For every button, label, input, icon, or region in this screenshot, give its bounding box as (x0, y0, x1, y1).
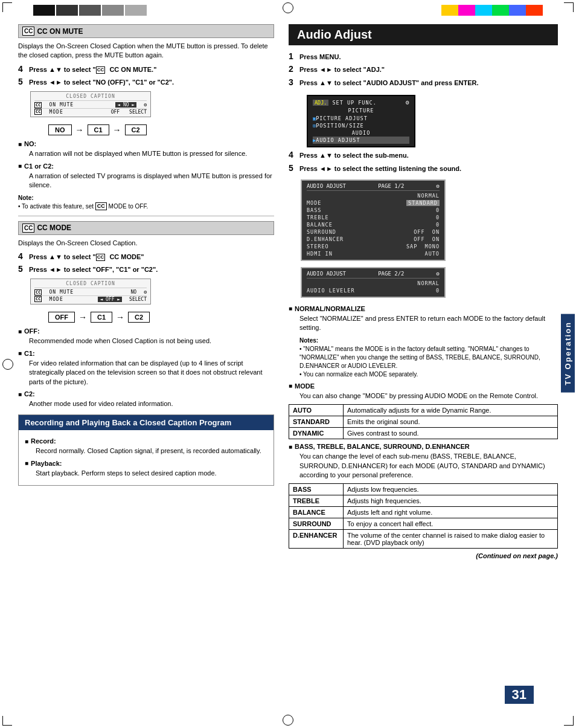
mode-dynamic-key: DYNAMIC (289, 428, 344, 439)
flow-c1m: C1 (91, 312, 112, 323)
c2-title: C2: (24, 390, 35, 398)
circle-mark-bottom (283, 715, 293, 726)
cc-mode-diagram: CLOSED CAPTION CC ON MUTE NO ⚙ CC MODE ◄… (30, 279, 274, 323)
c1-header: C1: (18, 350, 274, 357)
step5-text: Press ◄► to select "NO (OFF)", "C1" or "… (29, 78, 174, 87)
mode-section-header: MODE (289, 382, 558, 390)
denhancer-val: The volume of the center channel is rais… (344, 530, 558, 549)
am-leveler-row: AUDIO LEVELER 0 (307, 287, 440, 294)
am-title1: AUDIO ADJUST (307, 183, 346, 189)
audio-step3: 3 Press ▲▼ to select "AUDIO ADJUST" and … (289, 77, 558, 88)
am-hdmi-row: HDMI IN AUTO (307, 250, 440, 257)
menu-pos-label: POSITION/SIZE (316, 123, 364, 129)
record-subheader: Record: (25, 437, 267, 445)
swatch-cyan (475, 5, 492, 16)
audio-step4-text: Press ▲▼ to select the sub-menu. (299, 151, 409, 160)
cc-mode-label: MODE (49, 109, 106, 115)
treble-val: Adjusts high frequencies. (344, 495, 558, 507)
cc-mute-val-no: ◄ NO ► (115, 102, 136, 108)
cc-icon-mute: CC (22, 27, 34, 36)
cc-mode-label2: MODE (49, 297, 93, 302)
am-icon1: ⚙ (437, 183, 440, 189)
mode-step4-text: Press ▲▼ to select "CC CC MODE" (29, 253, 144, 262)
am-page1: PAGE 1/2 (378, 183, 404, 189)
recording-body: Record: Record normally. Closed Caption … (19, 430, 274, 485)
menu-func: FUNC. (358, 100, 377, 106)
note-label: Note: (18, 195, 34, 201)
balance-row: BALANCE Adjusts left and right volume. (289, 507, 558, 518)
mode-step4-bold: CC MODE (109, 253, 141, 260)
am-normal2-val: NORMAL (417, 280, 440, 286)
am-treble-val: 0 (436, 214, 440, 221)
am-title-row1: AUDIO ADJUST PAGE 1/2 ⚙ (307, 183, 440, 191)
am-balance-val: 0 (436, 222, 440, 228)
am-normal-row: NORMAL (307, 192, 440, 199)
off-body: Recommended mode when Closed Caption is … (29, 337, 274, 346)
cc-mute-icon: ⚙ (144, 102, 147, 108)
cc-mute-flow: NO → C1 → C2 (48, 124, 274, 135)
audio-step1-text: Press MENU. (299, 53, 341, 62)
denhancer-row: D.ENHANCER The volume of the center chan… (289, 530, 558, 549)
cc-icon-mode-r1: CC (34, 289, 42, 295)
cc-mode-select: SELECT (129, 109, 147, 115)
balance-val: Adjusts left and right volume. (344, 507, 558, 518)
normal-normalize-header: NORMAL/NORMALIZE (289, 305, 558, 312)
menu-row-top: ADJ. SET UP FUNC. ⚙ (313, 98, 409, 106)
cc-mode-title: CC MODE (37, 224, 71, 232)
recording-section: Recording and Playing Back a Closed Capt… (18, 414, 274, 486)
swatch-yellow (441, 5, 458, 16)
cc-screen-mute: CLOSED CAPTION CC ON MUTE ◄ NO ► ⚙ CC MO… (30, 91, 151, 118)
flow-off: OFF (48, 312, 75, 323)
cc-icon-mode: CC (22, 224, 34, 233)
audio-step4-num: 4 (289, 150, 296, 159)
step5-num: 5 (18, 77, 25, 86)
am-surround-row: SURROUND OFF ON (307, 228, 440, 236)
cc-mode-body: Displays the On-Screen Closed Caption. (18, 239, 274, 248)
mode-step5-text: Press ◄► to select "OFF", "C1" or "C2". (29, 265, 158, 274)
cc-mute-no-val: NO (131, 289, 137, 295)
am-surround-val: OFF ON (414, 229, 440, 235)
menu-icon: ⚙ (406, 99, 409, 106)
audio-step3-text: Press ▲▼ to select "AUDIO ADJUST" and pr… (299, 79, 478, 88)
arrow-1: → (75, 125, 84, 135)
cc-mute-row-label: ON MUTE (49, 289, 126, 295)
step4-text: Press ▲▼ to select "CC CC ON MUTE." (29, 65, 156, 74)
main-container: CC CC ON MUTE Displays the On-Screen Clo… (18, 24, 558, 710)
c1c2-header: C1 or C2: (18, 163, 274, 170)
am-bass-key: BASS (307, 207, 367, 213)
am-hdmi-val: AUTO (425, 251, 440, 257)
mode-table-dynamic: DYNAMIC Gives contrast to sound. (289, 428, 558, 439)
swatches-right (441, 5, 543, 16)
surround-key: SURROUND (289, 518, 344, 530)
mode-auto-key: AUTO (289, 405, 344, 416)
cc-mute-step5: 5 Press ◄► to select "NO (OFF)", "C1" or… (18, 77, 274, 87)
menu-picture-adj: ▣ PICTURE ADJUST (313, 115, 409, 122)
playback-body: Start playback. Perform steps to select … (36, 469, 267, 478)
playback-title: Playback: (31, 460, 62, 467)
cc-mute-screen-r1: ON MUTE (49, 102, 110, 108)
record-body: Record normally. Closed Caption signal, … (36, 446, 267, 456)
swatch-magenta (458, 5, 475, 16)
audio-step2-num: 2 (289, 64, 296, 74)
swatch-left-2 (56, 5, 78, 16)
cc-icon-row2: CC (34, 109, 42, 115)
corner-mark-br (564, 716, 574, 726)
arrow-2: → (113, 125, 121, 135)
cc-on-mute-body: Displays the On-Screen Closed Caption wh… (18, 42, 274, 60)
mode-table-standard: STANDARD Emits the original sound. (289, 416, 558, 428)
surround-row: SURROUND To enjoy a concert hall effect. (289, 518, 558, 530)
c2-header: C2: (18, 390, 274, 398)
audio-step5-text: Press ◄► to select the setting listening… (299, 164, 461, 173)
menu-audio-adj-label: AUDIO ADJUST (316, 137, 360, 143)
audio-menu-page2: AUDIO ADJUST PAGE 2/2 ⚙ NORMAL AUDIO LEV… (301, 267, 446, 298)
am-mode-key: MODE (307, 200, 367, 206)
audio-step3-num: 3 (289, 77, 296, 87)
mode-dynamic-val: Gives contrast to sound. (344, 428, 558, 439)
cc-mute-diagram: CLOSED CAPTION CC ON MUTE ◄ NO ► ⚙ CC MO… (30, 91, 274, 136)
am-treble-key: TREBLE (307, 214, 367, 221)
cc-mute-step4: 4 Press ▲▼ to select "CC CC ON MUTE." (18, 64, 274, 74)
swatch-green (492, 5, 509, 16)
cc-icon-step4m: CC (96, 254, 106, 261)
swatch-red (526, 5, 543, 16)
am-stereo-key: STEREO (307, 243, 367, 250)
